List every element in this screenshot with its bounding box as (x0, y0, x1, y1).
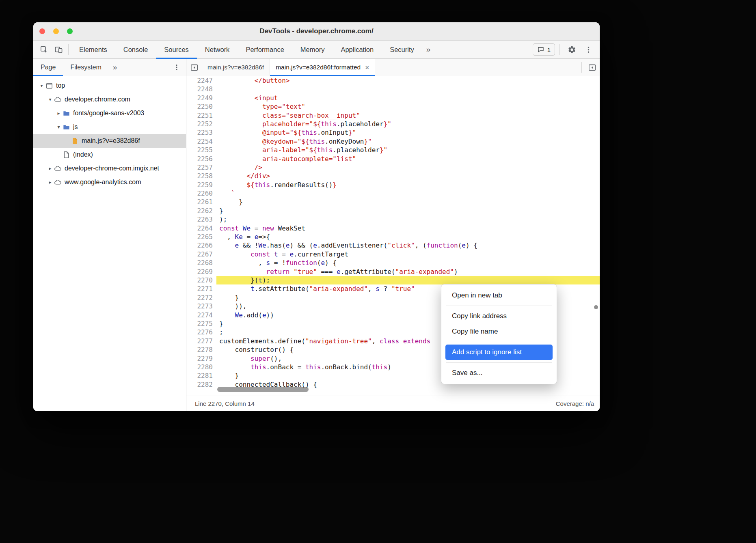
code-line[interactable]: 2268 , s = !function(e) { (186, 259, 600, 267)
line-number[interactable]: 2275 (186, 319, 216, 328)
tree-item-fonts-google-sans-v2003[interactable]: ▸fonts/google-sans-v2003 (33, 106, 186, 120)
code-line[interactable]: 2270 }(t); (186, 276, 600, 284)
line-number[interactable]: 2277 (186, 337, 216, 345)
editor-tab-main-js-v-e382d86f[interactable]: main.js?v=e382d86f (202, 59, 270, 76)
line-number[interactable]: 2272 (186, 293, 216, 302)
code-line-text[interactable]: type="text" (216, 102, 600, 111)
code-line-text[interactable]: , Ke = e=>{ (216, 233, 600, 241)
code-line[interactable]: 2251 class="search-box__input" (186, 111, 600, 120)
line-number[interactable]: 2248 (186, 85, 216, 93)
tab-performance[interactable]: Performance (238, 41, 292, 58)
line-number[interactable]: 2270 (186, 276, 216, 284)
editor-tab-main-js-v-e382d86f-formatted[interactable]: main.js?v=e382d86f:formatted× (270, 59, 375, 76)
line-number[interactable]: 2257 (186, 163, 216, 172)
code-line[interactable]: 2265 , Ke = e=>{ (186, 233, 600, 241)
code-line-text[interactable]: ${this.renderResults()} (216, 181, 600, 189)
line-number[interactable]: 2251 (186, 111, 216, 120)
code-line[interactable]: 2254 @keydown="${this.onKeyDown}" (186, 137, 600, 146)
code-line[interactable]: 2257 /> (186, 163, 600, 172)
navigator-kebab-icon[interactable] (171, 61, 183, 73)
code-line[interactable]: 2252 placeholder="${this.placeholder}" (186, 120, 600, 128)
horizontal-scrollbar-thumb[interactable] (217, 387, 309, 392)
code-line-text[interactable]: </button> (216, 76, 600, 85)
code-line-text[interactable]: , s = !function(e) { (216, 259, 600, 267)
line-number[interactable]: 2260 (186, 189, 216, 198)
code-line[interactable]: 2267 const t = e.currentTarget (186, 250, 600, 259)
line-number[interactable]: 2253 (186, 128, 216, 137)
tab-application[interactable]: Application (333, 41, 382, 58)
code-line-text[interactable]: return "true" === e.getAttribute("aria-e… (216, 267, 600, 276)
line-number[interactable]: 2276 (186, 328, 216, 336)
tree-item-js[interactable]: ▾js (33, 120, 186, 134)
disclosure-collapsed-icon[interactable]: ▸ (47, 166, 54, 171)
code-line-text[interactable]: } (216, 207, 600, 215)
code-line[interactable]: 2248 (186, 85, 600, 93)
code-line-text[interactable]: placeholder="${this.placeholder}" (216, 120, 600, 128)
tab-memory[interactable]: Memory (292, 41, 333, 58)
code-line-text[interactable]: const We = new WeakSet (216, 224, 600, 233)
device-toolbar-icon[interactable] (51, 43, 66, 56)
inspect-element-icon[interactable] (37, 43, 51, 56)
close-tab-icon[interactable]: × (365, 64, 369, 71)
tab-sources[interactable]: Sources (156, 41, 197, 58)
tree-item-index[interactable]: (index) (33, 148, 186, 162)
line-number[interactable]: 2268 (186, 259, 216, 267)
code-line-text[interactable]: }(t); (216, 276, 600, 284)
code-line-text[interactable]: ` (216, 189, 600, 198)
code-line[interactable]: 2263); (186, 215, 600, 224)
line-number[interactable]: 2265 (186, 233, 216, 241)
code-line-text[interactable]: /> (216, 163, 600, 172)
line-number[interactable]: 2266 (186, 241, 216, 250)
sidebar-tab-filesystem[interactable]: Filesystem (63, 59, 108, 76)
more-options-kebab-icon[interactable] (581, 43, 596, 56)
menu-item-add-script-to-ignore-list[interactable]: Add script to ignore list (445, 345, 553, 360)
more-panels-chevron-icon[interactable]: » (422, 41, 435, 58)
tab-security[interactable]: Security (382, 41, 422, 58)
code-line-text[interactable]: <input (216, 94, 600, 102)
tree-item-top[interactable]: ▾top (33, 79, 186, 93)
line-number[interactable]: 2252 (186, 120, 216, 128)
minimize-window-button[interactable] (53, 28, 59, 34)
tab-network[interactable]: Network (197, 41, 238, 58)
code-line[interactable]: 2256 aria-autocomplete="list" (186, 155, 600, 163)
line-number[interactable]: 2264 (186, 224, 216, 233)
tab-console[interactable]: Console (115, 41, 156, 58)
line-number[interactable]: 2267 (186, 250, 216, 259)
line-number[interactable]: 2259 (186, 181, 216, 189)
tree-item-main-js-v-e382d86f[interactable]: main.js?v=e382d86f (33, 134, 186, 148)
more-navigator-tabs-chevron-icon[interactable]: » (109, 59, 121, 76)
line-number[interactable]: 2249 (186, 94, 216, 102)
tree-item-developer-chrome-com-imgix-net[interactable]: ▸developer-chrome-com.imgix.net (33, 162, 186, 175)
code-line-text[interactable]: @input="${this.onInput}" (216, 128, 600, 137)
tree-item-www-google-analytics-com[interactable]: ▸www.google-analytics.com (33, 175, 186, 189)
line-number[interactable]: 2262 (186, 207, 216, 215)
code-line-text[interactable]: </div> (216, 172, 600, 180)
code-line[interactable]: 2253 @input="${this.onInput}" (186, 128, 600, 137)
sidebar-tab-page[interactable]: Page (33, 59, 63, 76)
disclosure-collapsed-icon[interactable]: ▸ (55, 110, 62, 116)
code-line[interactable]: 2262} (186, 207, 600, 215)
disclosure-expanded-icon[interactable]: ▾ (47, 97, 54, 102)
disclosure-expanded-icon[interactable]: ▾ (38, 83, 45, 88)
code-line[interactable]: 2269 return "true" === e.getAttribute("a… (186, 267, 600, 276)
code-line-text[interactable]: e && !We.has(e) && (e.addEventListener("… (216, 241, 600, 250)
line-number[interactable]: 2279 (186, 354, 216, 363)
disclosure-collapsed-icon[interactable]: ▸ (47, 179, 54, 185)
code-line-text[interactable]: @keydown="${this.onKeyDown}" (216, 137, 600, 146)
code-line-text[interactable]: ); (216, 215, 600, 224)
zoom-window-button[interactable] (67, 28, 73, 34)
console-messages-button[interactable]: 1 (533, 43, 555, 56)
line-number[interactable]: 2271 (186, 284, 216, 293)
code-line[interactable]: 2255 aria-label="${this.placeholder}" (186, 146, 600, 154)
line-number[interactable]: 2263 (186, 215, 216, 224)
line-number[interactable]: 2273 (186, 302, 216, 310)
code-line-text[interactable]: const t = e.currentTarget (216, 250, 600, 259)
code-line[interactable]: 2260 ` (186, 189, 600, 198)
disclosure-expanded-icon[interactable]: ▾ (55, 124, 62, 130)
code-line[interactable]: 2259 ${this.renderResults()} (186, 181, 600, 189)
vertical-scrollbar-thumb[interactable] (594, 305, 598, 309)
code-line[interactable]: 2249 <input (186, 94, 600, 102)
line-number[interactable]: 2280 (186, 363, 216, 371)
menu-item-open-in-new-tab[interactable]: Open in new tab (445, 288, 553, 303)
line-number[interactable]: 2282 (186, 380, 216, 389)
